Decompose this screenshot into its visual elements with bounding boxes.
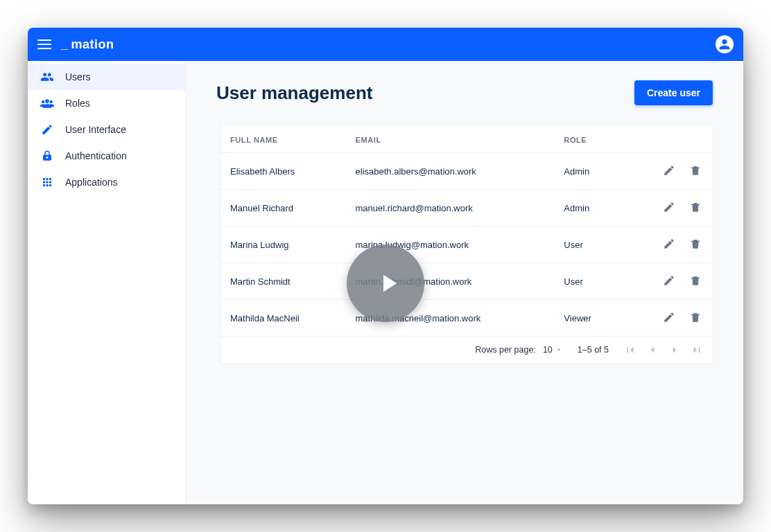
rows-per-page-select[interactable]: 10	[543, 345, 562, 355]
sidebar: Users Roles User Interface Authenticatio…	[28, 61, 186, 504]
rows-per-page-value: 10	[543, 345, 553, 355]
cell-role: User	[554, 227, 637, 263]
sidebar-item-label: Authentication	[65, 150, 127, 161]
sidebar-item-label: Users	[65, 71, 91, 82]
edit-icon[interactable]	[663, 311, 677, 325]
cell-email: elisabeth.albers@mation.work	[346, 153, 555, 190]
edit-icon[interactable]	[663, 164, 677, 178]
apps-icon	[40, 175, 54, 189]
table-row: Elisabeth Alberselisabeth.albers@mation.…	[220, 153, 713, 190]
chevron-down-icon	[555, 346, 562, 353]
cell-name: Mathilda MacNeil	[220, 300, 346, 337]
cell-email: manuel.richard@mation.work	[346, 190, 555, 227]
sidebar-item-applications[interactable]: Applications	[28, 169, 185, 195]
play-button[interactable]	[347, 245, 424, 322]
main-content: User management Create user FULL NAME EM…	[186, 61, 743, 504]
edit-icon[interactable]	[663, 201, 677, 215]
users-table-card: FULL NAME EMAIL ROLE Elisabeth Alberseli…	[220, 125, 713, 363]
brand-logo[interactable]: _mation	[61, 37, 114, 52]
cell-name: Martin Schmidt	[220, 263, 346, 300]
delete-icon[interactable]	[689, 164, 703, 178]
sidebar-item-authentication[interactable]: Authentication	[28, 143, 185, 169]
brand-prefix: _	[61, 37, 69, 52]
sidebar-item-roles[interactable]: Roles	[28, 90, 185, 116]
sidebar-item-label: User Interface	[65, 124, 126, 135]
pagination-range: 1–5 of 5	[578, 345, 609, 355]
menu-icon[interactable]	[37, 39, 51, 49]
create-user-button[interactable]: Create user	[634, 80, 713, 105]
page-title: User management	[216, 82, 372, 104]
rows-per-page-label: Rows per page:	[475, 345, 536, 355]
groups-icon	[40, 96, 54, 110]
last-page-button[interactable]	[691, 344, 703, 356]
column-header-email[interactable]: EMAIL	[346, 125, 555, 153]
table-row: Mathilda MacNeilmathilda.macneil@mation.…	[220, 300, 713, 337]
table-row: Martin Schmidtmartin.schmidt@mation.work…	[220, 263, 713, 300]
sidebar-item-label: Roles	[65, 98, 90, 109]
sidebar-item-users[interactable]: Users	[28, 64, 185, 90]
next-page-button[interactable]	[668, 344, 681, 356]
cell-role: User	[554, 263, 637, 300]
delete-icon[interactable]	[689, 311, 703, 325]
delete-icon[interactable]	[689, 201, 703, 215]
cell-name: Marina Ludwig	[220, 227, 346, 263]
cell-role: Viewer	[554, 300, 637, 337]
table-footer: Rows per page: 10 1–5 of 5	[220, 337, 713, 363]
cell-role: Admin	[554, 153, 637, 190]
delete-icon[interactable]	[689, 238, 703, 251]
sidebar-item-label: Applications	[65, 177, 118, 188]
cell-name: Manuel Richard	[220, 190, 346, 227]
sidebar-item-user-interface[interactable]: User Interface	[28, 116, 185, 143]
edit-icon[interactable]	[663, 274, 677, 288]
play-icon	[374, 269, 403, 298]
prev-page-button[interactable]	[646, 344, 659, 356]
column-header-role[interactable]: ROLE	[554, 125, 637, 153]
app-bar: _mation	[28, 28, 743, 61]
account-icon[interactable]	[716, 35, 734, 53]
pencil-icon	[40, 123, 54, 136]
table-row: Manuel Richardmanuel.richard@mation.work…	[220, 190, 713, 227]
first-page-button[interactable]	[624, 344, 636, 356]
lock-icon	[40, 149, 54, 163]
table-row: Marina Ludwigmarina.ludwig@mation.workUs…	[220, 227, 713, 263]
cell-name: Elisabeth Albers	[220, 153, 346, 190]
delete-icon[interactable]	[689, 274, 703, 288]
column-header-name[interactable]: FULL NAME	[220, 125, 346, 153]
people-icon	[40, 70, 54, 84]
edit-icon[interactable]	[663, 238, 677, 251]
cell-role: Admin	[554, 190, 637, 227]
brand-name: mation	[71, 37, 114, 52]
